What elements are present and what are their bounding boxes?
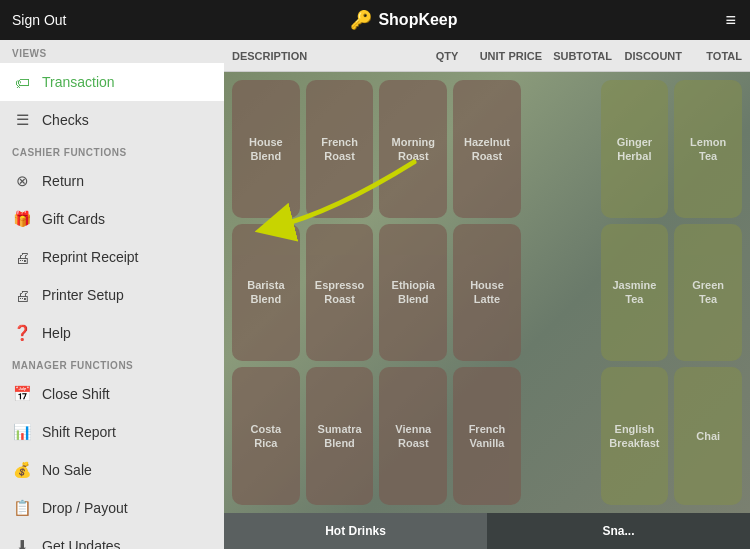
col-discount: DISCOUNT <box>612 50 682 62</box>
sidebar-item-transaction[interactable]: 🏷Transaction <box>0 63 224 101</box>
col-description: DESCRIPTION <box>232 50 422 62</box>
product-btn-r2-c5[interactable]: English Breakfast <box>601 367 669 505</box>
product-btn-r0-c1[interactable]: French Roast <box>306 80 374 218</box>
product-btn-r0-c5[interactable]: Ginger Herbal <box>601 80 669 218</box>
col-total: TOTAL <box>682 50 742 62</box>
content-area: DESCRIPTION QTY UNIT PRICE SUBTOTAL DISC… <box>224 40 750 549</box>
help-icon: ❓ <box>12 323 32 343</box>
transaction-label: Transaction <box>42 74 115 90</box>
menu-icon[interactable]: ≡ <box>725 10 738 31</box>
product-btn-r2-c1[interactable]: Sumatra Blend <box>306 367 374 505</box>
product-btn-r0-c3[interactable]: Hazelnut Roast <box>453 80 521 218</box>
close-shift-label: Close Shift <box>42 386 110 402</box>
sidebar-section-manager-functions: MANAGER FUNCTIONS <box>0 352 224 375</box>
main-layout: VIEWS🏷Transaction☰ChecksCASHIER FUNCTION… <box>0 40 750 549</box>
transaction-icon: 🏷 <box>12 72 32 92</box>
product-btn-r1-c2[interactable]: Ethiopia Blend <box>379 224 447 362</box>
product-btn-r1-c6[interactable]: Green Tea <box>674 224 742 362</box>
return-label: Return <box>42 173 84 189</box>
sidebar-item-gift-cards[interactable]: 🎁Gift Cards <box>0 200 224 238</box>
product-btn-r1-c1[interactable]: Espresso Roast <box>306 224 374 362</box>
product-btn-r0-c4 <box>527 80 595 218</box>
sidebar-item-help[interactable]: ❓Help <box>0 314 224 352</box>
drop-payout-icon: 📋 <box>12 498 32 518</box>
return-icon: ⊗ <box>12 171 32 191</box>
shift-report-label: Shift Report <box>42 424 116 440</box>
grid-area: House BlendFrench RoastMorning RoastHaze… <box>224 72 750 513</box>
sidebar-section-views: VIEWS <box>0 40 224 63</box>
product-btn-r0-c6[interactable]: Lemon Tea <box>674 80 742 218</box>
reprint-receipt-icon: 🖨 <box>12 247 32 267</box>
category-tab-1[interactable]: Sna... <box>487 513 750 549</box>
help-label: Help <box>42 325 71 341</box>
sidebar-item-reprint-receipt[interactable]: 🖨Reprint Receipt <box>0 238 224 276</box>
product-btn-r1-c5[interactable]: Jasmine Tea <box>601 224 669 362</box>
category-tab-0[interactable]: Hot Drinks <box>224 513 487 549</box>
sidebar: VIEWS🏷Transaction☰ChecksCASHIER FUNCTION… <box>0 40 224 549</box>
no-sale-icon: 💰 <box>12 460 32 480</box>
table-header: DESCRIPTION QTY UNIT PRICE SUBTOTAL DISC… <box>224 40 750 72</box>
product-btn-r1-c3[interactable]: House Latte <box>453 224 521 362</box>
no-sale-label: No Sale <box>42 462 92 478</box>
printer-setup-icon: 🖨 <box>12 285 32 305</box>
printer-setup-label: Printer Setup <box>42 287 124 303</box>
logo: 🔑 ShopKeep <box>82 9 725 31</box>
product-btn-r1-c0[interactable]: Barista Blend <box>232 224 300 362</box>
sidebar-item-shift-report[interactable]: 📊Shift Report <box>0 413 224 451</box>
gift-cards-icon: 🎁 <box>12 209 32 229</box>
get-updates-label: Get Updates <box>42 538 121 549</box>
product-btn-r0-c0[interactable]: House Blend <box>232 80 300 218</box>
product-btn-r0-c2[interactable]: Morning Roast <box>379 80 447 218</box>
product-grid: House BlendFrench RoastMorning RoastHaze… <box>224 72 750 513</box>
checks-label: Checks <box>42 112 89 128</box>
gift-cards-label: Gift Cards <box>42 211 105 227</box>
sidebar-item-return[interactable]: ⊗Return <box>0 162 224 200</box>
sidebar-item-checks[interactable]: ☰Checks <box>0 101 224 139</box>
product-btn-r1-c4 <box>527 224 595 362</box>
product-btn-r2-c4 <box>527 367 595 505</box>
sign-out-button[interactable]: Sign Out <box>12 12 66 28</box>
shift-report-icon: 📊 <box>12 422 32 442</box>
product-btn-r2-c3[interactable]: French Vanilla <box>453 367 521 505</box>
close-shift-icon: 📅 <box>12 384 32 404</box>
reprint-receipt-label: Reprint Receipt <box>42 249 139 265</box>
get-updates-icon: ⬇ <box>12 536 32 549</box>
category-tabs: Hot DrinksSna... <box>224 513 750 549</box>
top-bar: Sign Out 🔑 ShopKeep ≡ <box>0 0 750 40</box>
col-qty: QTY <box>422 50 472 62</box>
logo-icon: 🔑 <box>350 9 372 31</box>
drop-payout-label: Drop / Payout <box>42 500 128 516</box>
logo-text: ShopKeep <box>378 11 457 29</box>
col-subtotal: SUBTOTAL <box>542 50 612 62</box>
sidebar-item-close-shift[interactable]: 📅Close Shift <box>0 375 224 413</box>
sidebar-item-no-sale[interactable]: 💰No Sale <box>0 451 224 489</box>
sidebar-item-printer-setup[interactable]: 🖨Printer Setup <box>0 276 224 314</box>
sidebar-item-drop-payout[interactable]: 📋Drop / Payout <box>0 489 224 527</box>
col-unit-price: UNIT PRICE <box>472 50 542 62</box>
product-btn-r2-c6[interactable]: Chai <box>674 367 742 505</box>
product-btn-r2-c2[interactable]: Vienna Roast <box>379 367 447 505</box>
sidebar-item-get-updates[interactable]: ⬇Get Updates <box>0 527 224 549</box>
sidebar-section-cashier-functions: CASHIER FUNCTIONS <box>0 139 224 162</box>
checks-icon: ☰ <box>12 110 32 130</box>
product-btn-r2-c0[interactable]: Costa Rica <box>232 367 300 505</box>
